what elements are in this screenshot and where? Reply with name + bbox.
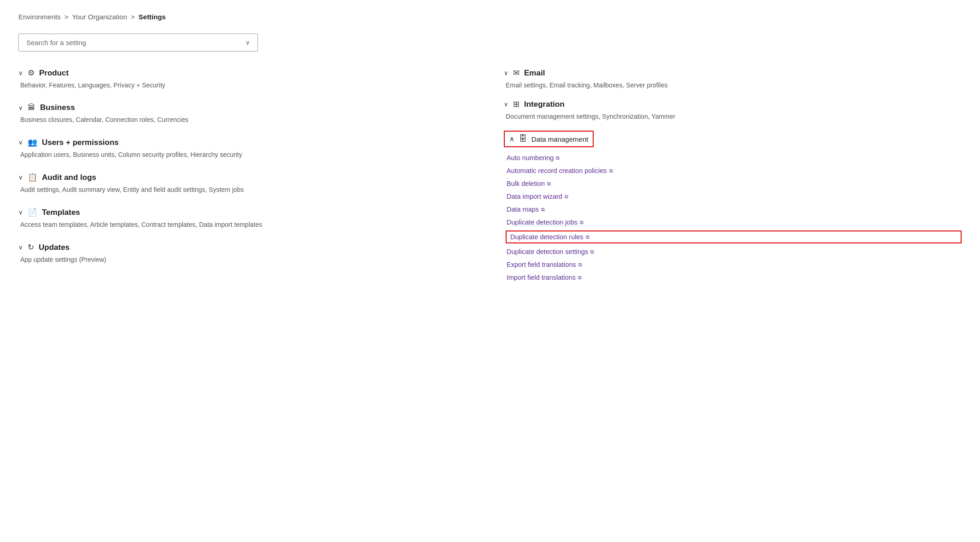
external-link-icon: ⧉ xyxy=(578,275,582,281)
breadcrumb-environments[interactable]: Environments xyxy=(18,13,61,21)
section-templates-header: ∨ 📄 Templates xyxy=(18,208,476,217)
section-product-header: ∨ ⚙ Product xyxy=(18,68,476,78)
audit-toggle[interactable]: ∨ xyxy=(18,174,23,181)
main-grid: ∨ ⚙ Product Behavior, Features, Language… xyxy=(18,68,962,288)
section-product: ∨ ⚙ Product Behavior, Features, Language… xyxy=(18,68,476,90)
audit-icon: 📋 xyxy=(28,173,37,182)
integration-desc: Document management settings, Synchroniz… xyxy=(504,112,962,121)
section-users-header: ∨ 👥 Users + permissions xyxy=(18,138,476,147)
integration-toggle[interactable]: ∨ xyxy=(504,101,508,108)
email-label: Email xyxy=(524,69,545,78)
business-label: Business xyxy=(40,103,75,112)
left-column: ∨ ⚙ Product Behavior, Features, Language… xyxy=(18,68,476,288)
chevron-down-icon: ∨ xyxy=(245,39,250,46)
right-column: ∨ ✉ Email Email settings, Email tracking… xyxy=(504,68,962,288)
section-data-management: ∧ 🗄 Data management Auto numbering ⧉ Aut… xyxy=(504,131,962,283)
external-link-icon: ⧉ xyxy=(547,181,551,187)
link-data-import-wizard[interactable]: Data import wizard ⧉ xyxy=(506,190,962,202)
section-audit-header: ∨ 📋 Audit and logs xyxy=(18,173,476,182)
section-updates: ∨ ↻ Updates App update settings (Preview… xyxy=(18,242,476,265)
product-desc: Behavior, Features, Languages, Privacy +… xyxy=(18,81,476,90)
link-duplicate-detection-rules[interactable]: Duplicate detection rules ⧉ xyxy=(506,231,962,243)
section-email-header: ∨ ✉ Email xyxy=(504,68,962,78)
templates-toggle[interactable]: ∨ xyxy=(18,209,23,216)
search-bar[interactable]: Search for a setting ∨ xyxy=(18,34,258,52)
templates-desc: Access team templates, Article templates… xyxy=(18,220,476,230)
search-placeholder: Search for a setting xyxy=(26,39,86,46)
business-toggle[interactable]: ∨ xyxy=(18,104,23,111)
section-business-header: ∨ 🏛 Business xyxy=(18,103,476,112)
external-link-icon: ⧉ xyxy=(586,234,589,240)
section-integration: ∨ ⊞ Integration Document management sett… xyxy=(504,99,962,121)
external-link-icon: ⧉ xyxy=(541,207,545,213)
users-label: Users + permissions xyxy=(42,138,119,147)
integration-icon: ⊞ xyxy=(513,99,519,109)
breadcrumb-sep2: > xyxy=(131,13,135,21)
data-management-links: Auto numbering ⧉ Automatic record creati… xyxy=(504,152,962,283)
integration-label: Integration xyxy=(524,100,565,109)
external-link-icon: ⧉ xyxy=(556,155,560,161)
business-icon: 🏛 xyxy=(28,103,35,112)
breadcrumb-current: Settings xyxy=(139,13,166,21)
section-email: ∨ ✉ Email Email settings, Email tracking… xyxy=(504,68,962,90)
external-link-icon: ⧉ xyxy=(590,249,594,255)
data-management-icon: 🗄 xyxy=(519,134,527,144)
templates-icon: 📄 xyxy=(28,208,37,217)
link-automatic-record-creation[interactable]: Automatic record creation policies ⧉ xyxy=(506,165,962,177)
link-bulk-deletion[interactable]: Bulk deletion ⧉ xyxy=(506,178,962,190)
breadcrumb-org[interactable]: Your Organization xyxy=(72,13,127,21)
external-link-icon: ⧉ xyxy=(609,168,613,174)
data-management-toggle[interactable]: ∧ xyxy=(509,135,514,143)
product-toggle[interactable]: ∨ xyxy=(18,69,23,76)
breadcrumb: Environments > Your Organization > Setti… xyxy=(18,13,962,21)
updates-desc: App update settings (Preview) xyxy=(18,255,476,265)
updates-icon: ↻ xyxy=(28,242,34,252)
link-import-field-translations[interactable]: Import field translations ⧉ xyxy=(506,271,962,283)
breadcrumb-sep1: > xyxy=(64,13,69,21)
email-toggle[interactable]: ∨ xyxy=(504,69,508,76)
link-data-maps[interactable]: Data maps ⧉ xyxy=(506,203,962,215)
users-icon: 👥 xyxy=(28,138,37,147)
users-desc: Application users, Business units, Colum… xyxy=(18,150,476,160)
audit-label: Audit and logs xyxy=(42,173,96,182)
external-link-icon: ⧉ xyxy=(580,219,583,225)
updates-label: Updates xyxy=(39,243,70,252)
email-desc: Email settings, Email tracking, Mailboxe… xyxy=(504,81,962,90)
link-auto-numbering[interactable]: Auto numbering ⧉ xyxy=(506,152,962,164)
business-desc: Business closures, Calendar, Connection … xyxy=(18,115,476,125)
data-management-label: Data management xyxy=(531,135,588,143)
users-toggle[interactable]: ∨ xyxy=(18,139,23,146)
section-business: ∨ 🏛 Business Business closures, Calendar… xyxy=(18,103,476,125)
updates-toggle[interactable]: ∨ xyxy=(18,244,23,251)
section-audit-logs: ∨ 📋 Audit and logs Audit settings, Audit… xyxy=(18,173,476,195)
product-icon: ⚙ xyxy=(28,68,35,78)
external-link-icon: ⧉ xyxy=(578,262,582,268)
data-management-header-box: ∧ 🗄 Data management xyxy=(504,131,594,147)
section-users-permissions: ∨ 👥 Users + permissions Application user… xyxy=(18,138,476,160)
templates-label: Templates xyxy=(42,208,80,217)
section-integration-header: ∨ ⊞ Integration xyxy=(504,99,962,109)
section-updates-header: ∨ ↻ Updates xyxy=(18,242,476,252)
external-link-icon: ⧉ xyxy=(565,194,568,200)
link-duplicate-detection-settings[interactable]: Duplicate detection settings ⧉ xyxy=(506,246,962,258)
section-templates: ∨ 📄 Templates Access team templates, Art… xyxy=(18,208,476,230)
email-icon: ✉ xyxy=(513,68,519,78)
link-duplicate-detection-jobs[interactable]: Duplicate detection jobs ⧉ xyxy=(506,216,962,228)
link-export-field-translations[interactable]: Export field translations ⧉ xyxy=(506,259,962,271)
audit-desc: Audit settings, Audit summary view, Enti… xyxy=(18,185,476,195)
product-label: Product xyxy=(39,69,69,78)
